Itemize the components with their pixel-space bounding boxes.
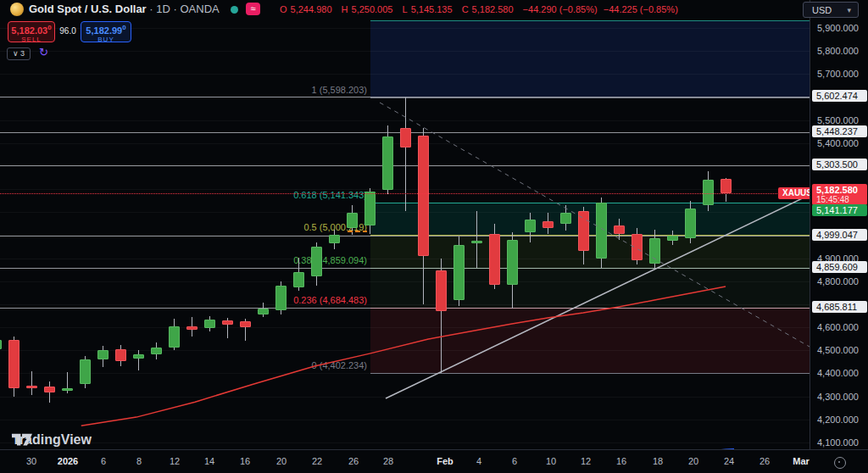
low-value: 5,145.135	[411, 4, 453, 14]
time-tick-label: 8	[136, 456, 142, 466]
drawings-count-selector[interactable]: ∨ 3	[7, 47, 31, 60]
price-line-badge: 5,602.474	[812, 90, 867, 102]
price-tick-label: 5,500.000	[817, 115, 859, 125]
time-tick-label: 22	[312, 456, 322, 466]
price-tick-label: 4,400.000	[817, 368, 859, 378]
chevron-down-icon: ▾	[847, 3, 851, 19]
time-tick-label: 20	[688, 456, 698, 466]
tradingview-logo[interactable]: TradingView	[12, 432, 92, 448]
price-tick-label: 4,200.000	[817, 415, 859, 425]
current-price-value: 5,182.580	[816, 185, 863, 195]
sell-button[interactable]: 5,182.030 SELL	[8, 21, 55, 42]
header-toolbar: Gold Spot / U.S. Dollar · 1D · OANDA ≈ O…	[0, 0, 868, 19]
price-line-badge: 5,303.500	[812, 159, 867, 170]
price-line-badge: 5,448.237	[812, 125, 867, 137]
exchange-label: OANDA	[180, 3, 219, 15]
symbol-name: Gold Spot / U.S. Dollar	[29, 3, 147, 15]
time-tick-label: 16	[240, 456, 250, 466]
time-tick-label: 16	[616, 456, 626, 466]
time-tick-label: Mar	[793, 456, 810, 466]
symbol-chip: XAUUSD	[778, 187, 810, 199]
time-tick-label: 20	[276, 456, 287, 466]
notification-icon[interactable]: ≈	[246, 3, 260, 15]
time-tick-label: Feb	[437, 456, 453, 466]
axis-settings-gear-icon[interactable]	[834, 457, 846, 469]
price-line-badge: 4,999.047	[812, 229, 867, 241]
market-status-icon[interactable]	[231, 6, 238, 14]
price-tick-label: 4,500.000	[817, 345, 859, 355]
time-tick-label: 12	[170, 456, 180, 466]
symbol-title[interactable]: Gold Spot / U.S. Dollar · 1D · OANDA	[29, 3, 220, 15]
bar-countdown: 15:45:48	[816, 195, 863, 204]
ohlc-readout: O5,244.980 H5,250.005 L5,145.135 C5,182.…	[280, 4, 682, 14]
price-tick-label: 4,100.000	[817, 437, 859, 448]
tradingview-app: 1 (5,598.203)0.618 (5,141.343)0.5 (5,000…	[0, 0, 868, 473]
buy-button[interactable]: 5,182.990 BUY	[81, 21, 131, 42]
time-tick-label: 10	[546, 456, 556, 466]
time-tick-label: 26	[348, 456, 359, 466]
time-tick-label: 12	[581, 456, 591, 466]
interval-label[interactable]: 1D	[156, 3, 170, 15]
gold-symbol-icon	[10, 3, 24, 16]
spread-value: 96.0	[56, 26, 80, 36]
price-line-badge: 4,685.811	[812, 301, 867, 313]
tradingview-logo-icon	[12, 432, 32, 448]
time-tick-label: 30	[26, 456, 36, 466]
high-value: 5,250.005	[352, 4, 393, 14]
currency-dropdown[interactable]: USD▾	[803, 2, 859, 18]
price-tick-label: 5,800.000	[817, 46, 859, 56]
price-tick-label: 4,300.000	[817, 392, 859, 402]
time-tick-label: 2026	[58, 456, 78, 466]
change-value-2: −44.225 (−0.85%)	[604, 4, 678, 14]
current-price-layer: XAUUSD	[0, 0, 810, 449]
price-axis[interactable]: 5,900.0005,800.0005,700.0005,500.0005,40…	[810, 0, 868, 449]
price-tick-label: 5,400.000	[817, 138, 859, 148]
alert-price-badge: 5,141.177	[812, 204, 867, 216]
price-tick-label: 5,700.000	[817, 69, 859, 79]
close-value: 5,182.580	[472, 4, 514, 14]
time-tick-label: 28	[383, 456, 393, 466]
price-tick-label: 4,600.000	[817, 322, 859, 332]
price-tick-label: 5,900.000	[817, 23, 859, 33]
time-axis[interactable]: 3020266812141620222628Feb461012161820242…	[0, 449, 868, 473]
time-tick-label: 4	[476, 456, 481, 466]
time-tick-label: 26	[760, 456, 770, 466]
price-line-badge: 4,859.609	[812, 261, 867, 273]
refresh-icon[interactable]: ↻	[39, 46, 48, 58]
chart-plot-area[interactable]: 1 (5,598.203)0.618 (5,141.343)0.5 (5,000…	[0, 0, 810, 449]
time-tick-label: 14	[204, 456, 214, 466]
time-tick-label: 6	[512, 456, 517, 466]
current-price-badge: 5,182.58015:45:48	[812, 184, 867, 205]
price-tick-label: 4,800.000	[817, 276, 859, 287]
time-tick-label: 24	[724, 456, 734, 466]
time-tick-label: 6	[101, 456, 106, 466]
open-value: 5,244.980	[291, 4, 332, 14]
time-tick-label: 18	[653, 456, 663, 466]
current-price-line	[0, 193, 810, 194]
change-value: −44.290 (−0.85%)	[523, 4, 598, 14]
